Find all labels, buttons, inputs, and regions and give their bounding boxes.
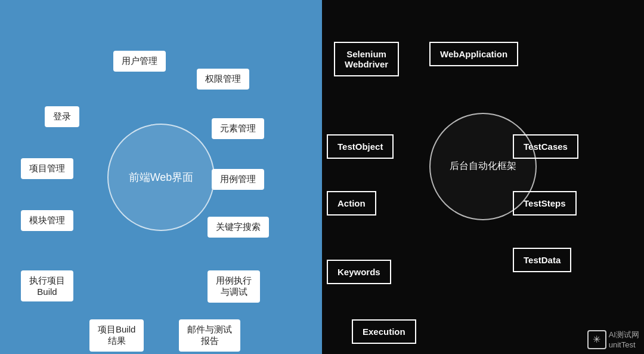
right-box-testdata: TestData xyxy=(513,248,571,272)
left-box-elem-mgmt: 元素管理 xyxy=(212,118,264,139)
watermark-text: AI测试网unitTest xyxy=(609,330,639,349)
left-box-mod-mgmt: 模块管理 xyxy=(21,210,73,231)
right-box-selenium: Selenium Webdriver xyxy=(334,42,399,76)
left-circle: 前端Web界面 xyxy=(107,124,215,231)
left-box-user-mgmt: 用户管理 xyxy=(113,51,166,72)
left-box-proj-build: 项目Build 结果 xyxy=(89,319,144,352)
right-panel: 后台自动化框架 Selenium WebdriverWebApplication… xyxy=(322,0,644,354)
right-box-execution: Execution xyxy=(352,319,416,344)
left-box-kw-search: 关键字搜索 xyxy=(208,217,269,238)
right-box-testcases: TestCases xyxy=(513,134,578,159)
left-box-perm-mgmt: 权限管理 xyxy=(197,69,249,90)
right-box-keywords: Keywords xyxy=(327,260,391,284)
right-box-webapp: WebApplication xyxy=(429,42,518,66)
left-box-case-mgmt: 用例管理 xyxy=(212,169,264,190)
left-panel: 前端Web界面 用户管理权限管理登录元素管理项目管理用例管理模块管理关键字搜索执… xyxy=(0,0,322,354)
left-box-proj-mgmt: 项目管理 xyxy=(21,158,73,179)
left-box-exec-proj: 执行项目 Build xyxy=(21,270,73,301)
left-box-mail-test: 邮件与测试 报告 xyxy=(179,319,240,352)
watermark: ✳ AI测试网unitTest xyxy=(587,330,639,349)
right-box-teststeps: TestSteps xyxy=(513,191,577,216)
right-box-testobj: TestObject xyxy=(327,134,394,159)
watermark-icon: ✳ xyxy=(587,330,606,349)
left-box-login: 登录 xyxy=(45,106,79,127)
right-circle-label: 后台自动化框架 xyxy=(450,160,516,173)
left-circle-label: 前端Web界面 xyxy=(129,170,194,184)
right-box-action: Action xyxy=(327,191,376,216)
left-box-case-exec: 用例执行 与调试 xyxy=(208,270,260,303)
